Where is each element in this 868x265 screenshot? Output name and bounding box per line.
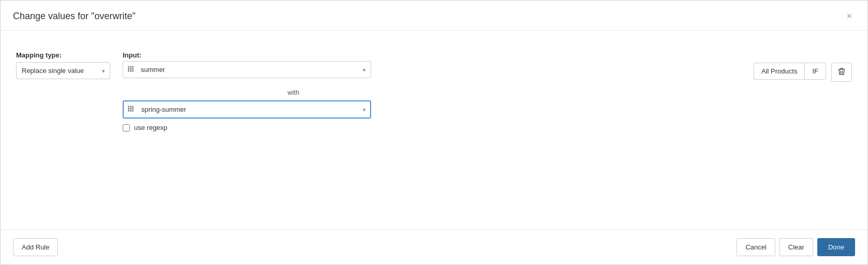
done-button[interactable]: Done	[817, 238, 855, 256]
delete-rule-button[interactable]	[831, 63, 852, 82]
add-rule-button[interactable]: Add Rule	[13, 238, 58, 256]
rule-row: Mapping type: Replace single value Repla…	[16, 51, 852, 131]
if-button[interactable]: IF	[804, 63, 826, 80]
regexp-row: use regexp	[123, 124, 371, 131]
trash-icon	[838, 67, 845, 76]
dialog-footer: Add Rule Cancel Clear Done	[1, 229, 867, 264]
dialog-header: Change values for "overwrite" ×	[1, 1, 867, 31]
all-products-button[interactable]: All Products	[754, 63, 804, 80]
input-label: Input:	[123, 51, 371, 59]
mapping-type-select-wrapper: Replace single value Replace multiple va…	[16, 62, 110, 79]
footer-right: Cancel Clear Done	[737, 238, 855, 256]
mapping-type-group: Mapping type: Replace single value Repla…	[16, 51, 110, 79]
use-regexp-checkbox[interactable]	[123, 124, 130, 131]
input-select-wrapper: summer winter spring fall ▾	[123, 61, 371, 78]
footer-left: Add Rule	[13, 238, 58, 256]
with-value-select[interactable]: spring-summer summer winter spring fall	[123, 100, 371, 119]
with-label: with	[287, 89, 299, 96]
dialog-body: Mapping type: Replace single value Repla…	[1, 31, 867, 229]
use-regexp-label[interactable]: use regexp	[134, 124, 167, 131]
input-section: Input:	[123, 51, 371, 78]
input-main-content: Input:	[123, 51, 371, 131]
dialog-title: Change values for "overwrite"	[13, 11, 136, 22]
mapping-type-label: Mapping type:	[16, 51, 110, 59]
clear-button[interactable]: Clear	[779, 238, 813, 256]
close-button[interactable]: ×	[843, 10, 855, 23]
input-value-select[interactable]: summer winter spring fall	[123, 61, 371, 78]
with-section: with	[123, 89, 371, 119]
change-values-dialog: Change values for "overwrite" × Mapping …	[0, 0, 868, 265]
mapping-type-select[interactable]: Replace single value Replace multiple va…	[16, 62, 110, 79]
cancel-button[interactable]: Cancel	[737, 238, 775, 256]
right-controls: All Products IF	[754, 51, 852, 82]
with-value-wrapper: spring-summer summer winter spring fall …	[123, 100, 371, 119]
